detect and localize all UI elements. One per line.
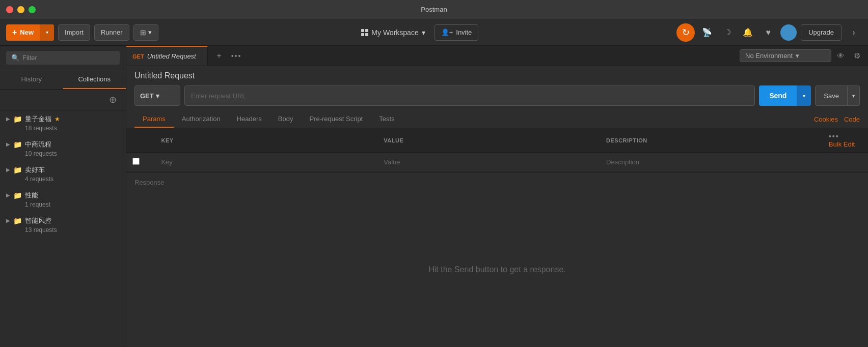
send-dropdown-button[interactable]: ▾ [797, 85, 811, 106]
tab-authorization[interactable]: Authorization [174, 111, 229, 128]
runner-label: Runner [101, 28, 123, 36]
add-collection-button[interactable]: ⊕ [105, 93, 120, 107]
response-area-label: Response [126, 172, 868, 192]
code-button[interactable]: Code [844, 115, 860, 123]
gear-icon: ⚙ [854, 51, 860, 61]
folder-icon: 📁 [13, 166, 22, 174]
tab-tests[interactable]: Tests [371, 111, 402, 128]
env-settings-button[interactable]: ⚙ [850, 49, 864, 63]
layout-button[interactable]: ⊞ ▾ [133, 24, 158, 41]
key-column-header: KEY [155, 128, 377, 153]
list-item[interactable]: ▶ 📁 中商流程 10 requests ••• [0, 136, 126, 161]
bell-icon: 🔔 [743, 27, 753, 37]
expand-icon[interactable]: ▶ [6, 192, 10, 198]
app-title: Postman [421, 6, 447, 13]
value-cell[interactable]: Value [377, 153, 600, 172]
collection-info: 智能风控 13 requests [25, 216, 120, 234]
description-column-header: DESCRIPTION [600, 128, 823, 153]
invite-label: Invite [456, 28, 472, 36]
folder-icon: 📁 [13, 140, 22, 149]
heart-button[interactable]: ♥ [760, 24, 776, 41]
table-more-icon[interactable]: ••• [829, 132, 839, 140]
expand-icon[interactable]: ▶ [6, 116, 10, 122]
expand-icon[interactable]: ▶ [6, 167, 10, 172]
satellite-button[interactable]: 📡 [699, 24, 715, 41]
list-item[interactable]: ▶ 📁 卖好车 4 requests ••• [0, 161, 126, 187]
tab-body[interactable]: Body [270, 111, 302, 128]
actions-header: ••• Bulk Edit [823, 128, 868, 153]
description-cell[interactable]: Description [600, 153, 823, 172]
sidebar-toolbar: ⊕ [0, 90, 126, 110]
url-input[interactable] [184, 85, 755, 106]
sidebar: 🔍 History Collections ⊕ ▶ 📁 量 [0, 46, 126, 347]
row-checkbox[interactable] [132, 158, 140, 165]
runner-button[interactable]: Runner [94, 24, 129, 41]
save-button[interactable]: Save [815, 85, 848, 106]
folder-icon: 📁 [13, 217, 22, 225]
settings-icon-button[interactable]: › [846, 24, 862, 41]
sidebar-tab-collections[interactable]: Collections [63, 70, 126, 89]
collection-count: 10 requests [25, 150, 120, 157]
checkbox-header [126, 128, 155, 153]
key-cell[interactable]: Key [155, 153, 377, 172]
add-tab-button[interactable]: + [212, 49, 226, 63]
collection-count: 13 requests [25, 226, 120, 234]
params-tabs: Params Authorization Headers Body Pre-re… [126, 111, 868, 128]
minimize-window-button[interactable] [17, 6, 24, 13]
invite-icon: 👤+ [441, 28, 453, 36]
bulk-edit-button[interactable]: Bulk Edit [829, 140, 855, 148]
plus-icon: + [216, 51, 221, 61]
environment-select[interactable]: No Environment ▾ [740, 49, 831, 62]
workspace-chevron-icon: ▾ [422, 28, 425, 37]
moon-button[interactable]: ☽ [719, 24, 736, 41]
folder-icon: 📁 [13, 115, 22, 123]
expand-icon[interactable]: ▶ [6, 218, 10, 223]
row-checkbox-cell[interactable] [126, 153, 155, 172]
search-input[interactable] [22, 54, 115, 62]
save-dropdown-button[interactable]: ▾ [848, 85, 860, 106]
list-item[interactable]: ▶ 📁 智能风控 13 requests ••• [0, 212, 126, 238]
cookies-button[interactable]: Cookies [814, 115, 838, 123]
chevron-right-icon: › [852, 28, 855, 37]
sidebar-tab-history[interactable]: History [0, 70, 63, 89]
request-area: GET Untitled Request + ••• No Environmen… [126, 46, 868, 347]
eye-button[interactable]: 👁 [833, 49, 848, 63]
expand-icon[interactable]: ▶ [6, 141, 10, 147]
table-row: Key Value Description [126, 153, 868, 172]
list-item[interactable]: ▶ 📁 性能 1 request ••• [0, 187, 126, 212]
sync-button[interactable]: ↻ [676, 23, 695, 42]
folder-icon: 📁 [13, 191, 22, 199]
upgrade-button[interactable]: Upgrade [801, 24, 842, 41]
titlebar: Postman [0, 0, 868, 19]
tab-prerequest[interactable]: Pre-request Script [301, 111, 371, 128]
collection-info: 中商流程 10 requests [25, 140, 120, 157]
workspace-button[interactable]: My Workspace ▾ [356, 25, 430, 40]
more-tabs-button[interactable]: ••• [229, 49, 243, 63]
new-button[interactable]: + New ▾ [6, 24, 54, 41]
sidebar-search-area: 🔍 [0, 46, 126, 70]
list-item[interactable]: ▶ 📁 量子金福 ★ 18 requests ••• [0, 110, 126, 136]
request-tab[interactable]: GET Untitled Request [126, 46, 208, 66]
method-select[interactable]: GET ▾ [134, 85, 180, 106]
window-controls[interactable] [6, 6, 36, 13]
collection-count: 4 requests [25, 176, 120, 183]
close-window-button[interactable] [6, 6, 13, 13]
bell-button[interactable]: 🔔 [740, 24, 756, 41]
avatar-button[interactable] [780, 24, 797, 41]
toolbar-center: My Workspace ▾ 👤+ Invite [162, 24, 673, 41]
tab-params[interactable]: Params [134, 111, 174, 128]
row-actions-cell [823, 153, 868, 172]
search-wrap[interactable]: 🔍 [6, 51, 120, 65]
invite-button[interactable]: 👤+ Invite [435, 24, 479, 41]
params-tabs-right: Cookies Code [814, 115, 860, 123]
send-button[interactable]: Send [759, 85, 797, 106]
maximize-window-button[interactable] [29, 6, 36, 13]
import-label: Import [65, 28, 84, 36]
import-button[interactable]: Import [58, 24, 90, 41]
tab-bar: GET Untitled Request + ••• No Environmen… [126, 46, 868, 66]
url-bar: GET ▾ Send ▾ Save ▾ [126, 85, 868, 111]
new-button-arrow[interactable]: ▾ [40, 24, 54, 41]
request-content: Untitled Request GET ▾ Send ▾ [126, 66, 868, 347]
new-button-main[interactable]: + New [6, 24, 40, 41]
tab-headers[interactable]: Headers [229, 111, 270, 128]
